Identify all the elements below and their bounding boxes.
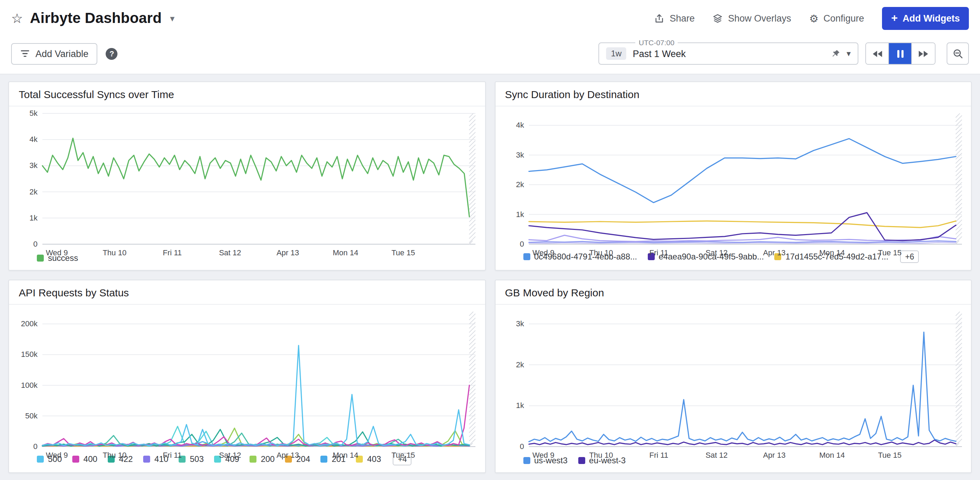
svg-text:4k: 4k xyxy=(516,121,524,129)
question-icon: ? xyxy=(110,49,114,58)
svg-text:Thu 10: Thu 10 xyxy=(589,248,612,257)
chart-canvas: 01k2k3k4k5kWed 9Thu 10Fri 11Sat 12Apr 13… xyxy=(9,107,485,260)
svg-text:Sat 12: Sat 12 xyxy=(219,451,241,459)
svg-text:Thu 10: Thu 10 xyxy=(589,451,612,459)
widget-grid: Total Successful Syncs over Time 01k2k3k… xyxy=(0,75,980,480)
svg-text:Thu 10: Thu 10 xyxy=(102,248,127,257)
share-button[interactable]: Share xyxy=(654,13,695,23)
widget-title: Total Successful Syncs over Time xyxy=(9,82,485,107)
time-range-label: Past 1 Week xyxy=(633,48,825,59)
svg-text:Mon 14: Mon 14 xyxy=(333,451,358,459)
add-variable-label: Add Variable xyxy=(35,48,89,59)
svg-text:1k: 1k xyxy=(30,214,38,222)
add-variable-button[interactable]: Add Variable xyxy=(11,43,98,64)
svg-text:5k: 5k xyxy=(30,109,38,118)
svg-text:Fri 11: Fri 11 xyxy=(649,451,668,459)
svg-text:0: 0 xyxy=(33,442,38,451)
svg-text:Apr 13: Apr 13 xyxy=(277,248,299,257)
gear-icon: ⚙ xyxy=(809,13,819,23)
fast-forward-icon xyxy=(918,50,929,57)
time-forward-button[interactable] xyxy=(912,43,935,64)
svg-text:Sat 12: Sat 12 xyxy=(219,248,241,257)
svg-text:Wed 9: Wed 9 xyxy=(532,248,554,257)
zoom-out-button[interactable] xyxy=(947,42,969,65)
plus-icon: + xyxy=(891,13,898,24)
svg-text:Sat 12: Sat 12 xyxy=(705,248,727,257)
widget-api-requests: API Requests by Status 050k100k150k200kW… xyxy=(8,280,485,473)
widget-title: Sync Duration by Destination xyxy=(495,82,971,107)
chart-sync-duration[interactable]: 01k2k3k4kWed 9Thu 10Fri 11Sat 12Apr 13Mo… xyxy=(495,107,971,247)
svg-text:Wed 9: Wed 9 xyxy=(532,451,554,459)
svg-text:1k: 1k xyxy=(516,401,524,410)
svg-text:Apr 13: Apr 13 xyxy=(763,248,785,257)
show-overlays-label: Show Overlays xyxy=(728,13,791,23)
time-range-picker[interactable]: UTC-07:00 1w Past 1 Week ▾ xyxy=(598,42,858,65)
title-chevron-down-icon[interactable]: ▾ xyxy=(169,11,176,25)
svg-text:150k: 150k xyxy=(21,350,38,359)
svg-text:3k: 3k xyxy=(516,319,524,328)
svg-text:0: 0 xyxy=(520,442,524,451)
title-area: ☆ Airbyte Dashboard ▾ xyxy=(11,10,176,26)
time-nav-group xyxy=(865,42,935,65)
help-button[interactable]: ? xyxy=(106,48,118,59)
widget-gb-moved: GB Moved by Region 01k2k3kWed 9Thu 10Fri… xyxy=(495,280,972,473)
layers-icon xyxy=(713,13,723,23)
configure-button[interactable]: ⚙ Configure xyxy=(809,13,864,23)
add-widgets-label: Add Widgets xyxy=(902,13,960,23)
time-range-shortcut[interactable]: 1w xyxy=(606,47,627,60)
svg-text:1k: 1k xyxy=(516,210,524,219)
time-back-button[interactable] xyxy=(866,43,889,64)
chart-gb-moved[interactable]: 01k2k3kWed 9Thu 10Fri 11Sat 12Apr 13Mon … xyxy=(495,305,971,452)
time-controls: UTC-07:00 1w Past 1 Week ▾ xyxy=(598,42,969,65)
svg-text:3k: 3k xyxy=(30,161,38,170)
svg-text:Thu 10: Thu 10 xyxy=(102,451,127,459)
chart-api-requests[interactable]: 050k100k150k200kWed 9Thu 10Fri 11Sat 12A… xyxy=(9,305,485,450)
favorite-star-icon[interactable]: ☆ xyxy=(11,11,23,25)
widget-sync-duration: Sync Duration by Destination 01k2k3k4kWe… xyxy=(495,81,972,271)
svg-text:Mon 14: Mon 14 xyxy=(819,248,845,257)
svg-text:0: 0 xyxy=(520,240,524,248)
pin-icon[interactable] xyxy=(831,49,840,58)
svg-text:3k: 3k xyxy=(516,151,524,159)
dashboard-page: ☆ Airbyte Dashboard ▾ Share Show Overlay… xyxy=(0,0,980,480)
variables-area: Add Variable ? xyxy=(11,43,118,64)
show-overlays-button[interactable]: Show Overlays xyxy=(713,13,791,23)
top-bar: ☆ Airbyte Dashboard ▾ Share Show Overlay… xyxy=(0,0,980,36)
svg-text:Tue 15: Tue 15 xyxy=(391,248,415,257)
svg-text:200k: 200k xyxy=(21,319,38,328)
configure-label: Configure xyxy=(823,13,864,23)
svg-text:Apr 13: Apr 13 xyxy=(277,451,299,459)
toolbar: Add Variable ? UTC-07:00 1w Past 1 Week … xyxy=(0,36,980,75)
svg-text:Mon 14: Mon 14 xyxy=(333,248,358,257)
rewind-icon xyxy=(872,50,883,57)
chart-total-syncs[interactable]: 01k2k3k4k5kWed 9Thu 10Fri 11Sat 12Apr 13… xyxy=(9,107,485,250)
svg-text:Mon 14: Mon 14 xyxy=(819,451,845,459)
widget-title: API Requests by Status xyxy=(9,280,485,305)
svg-text:Tue 15: Tue 15 xyxy=(878,248,901,257)
widget-total-syncs: Total Successful Syncs over Time 01k2k3k… xyxy=(8,81,485,271)
svg-text:Sat 12: Sat 12 xyxy=(705,451,727,459)
svg-text:Wed 9: Wed 9 xyxy=(46,248,68,257)
add-widgets-button[interactable]: + Add Widgets xyxy=(882,6,969,30)
svg-text:4k: 4k xyxy=(30,135,38,144)
svg-text:100k: 100k xyxy=(21,381,38,389)
timezone-label: UTC-07:00 xyxy=(635,38,678,46)
svg-text:Tue 15: Tue 15 xyxy=(878,451,901,459)
svg-text:Fri 11: Fri 11 xyxy=(163,248,182,257)
caret-down-icon[interactable]: ▾ xyxy=(846,49,851,59)
svg-text:Fri 11: Fri 11 xyxy=(163,451,182,459)
svg-text:0: 0 xyxy=(33,240,38,248)
svg-text:50k: 50k xyxy=(25,411,38,420)
svg-text:2k: 2k xyxy=(516,180,524,189)
svg-text:2k: 2k xyxy=(30,188,38,196)
chart-canvas: 01k2k3k4kWed 9Thu 10Fri 11Sat 12Apr 13Mo… xyxy=(495,107,971,260)
pause-icon xyxy=(897,50,903,57)
svg-text:Fri 11: Fri 11 xyxy=(649,248,668,257)
zoom-out-icon xyxy=(953,48,963,59)
widget-title: GB Moved by Region xyxy=(495,280,971,305)
chart-canvas: 050k100k150k200kWed 9Thu 10Fri 11Sat 12A… xyxy=(9,305,485,462)
filter-icon xyxy=(20,49,30,59)
svg-text:Apr 13: Apr 13 xyxy=(763,451,785,459)
header-actions: Share Show Overlays ⚙ Configure + Add Wi… xyxy=(654,6,969,30)
time-pause-button[interactable] xyxy=(889,43,912,64)
